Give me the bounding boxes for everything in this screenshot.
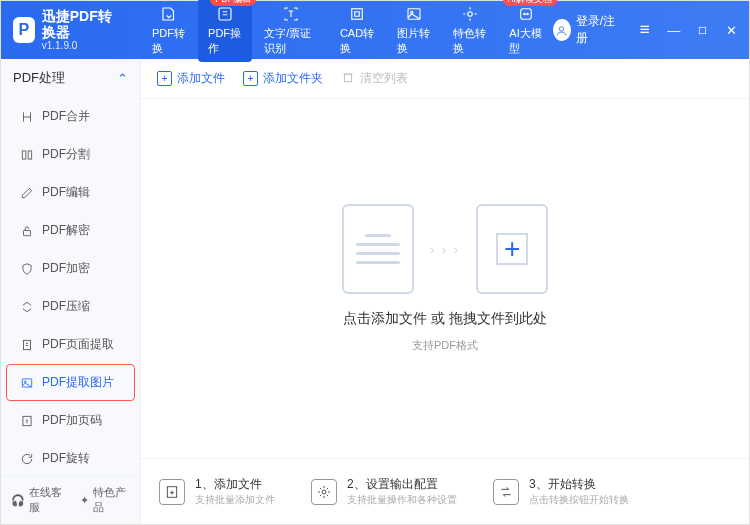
step-settings-icon [311,479,337,505]
sidebar-item-split[interactable]: PDF分割 [6,136,135,173]
special-products-link[interactable]: ✦特色产品 [80,485,130,515]
clear-list-button[interactable]: 清空列表 [341,70,408,87]
step-2: 2、设置输出配置支持批量操作和各种设置 [311,476,457,507]
svg-rect-18 [345,74,352,82]
app-title: 迅捷PDF转换器 [42,9,124,40]
login-button[interactable]: 登录/注册 [553,13,617,47]
nav-ai[interactable]: AI解读文档 AI大模型 [499,0,553,62]
sidebar-item-merge[interactable]: PDF合并 [6,98,135,135]
nav-cad[interactable]: CAD转换 [330,0,385,62]
app-version: v1.1.9.0 [42,40,124,51]
nav-special[interactable]: 特色转换 [443,0,497,62]
svg-rect-5 [521,9,532,20]
headset-icon: 🎧 [11,494,25,507]
edit-icon [19,185,34,200]
svg-point-20 [322,490,326,494]
ocr-icon [281,4,301,24]
star-icon: ✦ [80,494,89,507]
drop-graphic: › › › + [342,204,548,294]
menu-button[interactable]: ≡ [633,16,656,44]
avatar-icon [553,19,571,41]
cad-icon [347,4,367,24]
sidebar: PDF处理 ⌃ PDF合并 PDF分割 PDF编辑 PDF解密 PDF加密 PD… [1,59,141,524]
plus-file-icon: + [157,71,172,86]
toolbar: +添加文件 +添加文件夹 清空列表 [141,59,749,99]
add-target-icon: + [476,204,548,294]
titlebar: P 迅捷PDF转换器 v1.1.9.0 PDF转换 PDF编辑 PDF操作 文字… [1,1,749,59]
nav-ocr[interactable]: 文字/票证识别 [254,0,328,62]
pdf-convert-icon [159,4,179,24]
unlock-icon [19,223,34,238]
page-number-icon [19,413,34,428]
logo-icon: P [13,17,35,43]
sidebar-item-extract-page[interactable]: PDF页面提取 [6,326,135,363]
compress-icon [19,299,34,314]
image-extract-icon [19,375,34,390]
nav-tabs: PDF转换 PDF编辑 PDF操作 文字/票证识别 CAD转换 图片转换 [142,0,553,62]
step-add-icon [159,479,185,505]
nav-pdf-ops[interactable]: PDF编辑 PDF操作 [198,0,252,62]
add-folder-button[interactable]: +添加文件夹 [243,70,323,87]
pdf-edit-badge: PDF编辑 [210,0,256,6]
sidebar-item-compress[interactable]: PDF压缩 [6,288,135,325]
sidebar-item-decrypt[interactable]: PDF解密 [6,212,135,249]
step-convert-icon [493,479,519,505]
step-3: 3、开始转换点击转换按钮开始转换 [493,476,629,507]
svg-point-8 [560,26,564,30]
ai-icon [516,4,536,24]
trash-icon [341,70,355,87]
lock-icon [19,261,34,276]
pdf-ops-icon [215,4,235,24]
svg-point-6 [524,13,526,15]
svg-point-3 [411,11,413,13]
rotate-icon [19,451,34,466]
ai-badge: AI解读文档 [503,0,558,6]
plus-folder-icon: + [243,71,258,86]
drop-primary-text: 点击添加文件 或 拖拽文件到此处 [343,310,547,328]
svg-rect-13 [23,340,30,349]
sidebar-item-extract-image[interactable]: PDF提取图片 [6,364,135,401]
sidebar-item-edit[interactable]: PDF编辑 [6,174,135,211]
drop-secondary-text: 支持PDF格式 [412,338,478,353]
sidebar-header[interactable]: PDF处理 ⌃ [1,59,140,97]
maximize-button[interactable] [691,16,714,44]
add-file-button[interactable]: +添加文件 [157,70,225,87]
image-convert-icon [404,4,424,24]
close-button[interactable]: ✕ [720,16,743,44]
page-extract-icon [19,337,34,352]
document-icon [342,204,414,294]
minimize-button[interactable]: — [662,16,685,44]
svg-rect-1 [352,9,363,20]
svg-rect-12 [23,230,30,235]
special-icon [460,4,480,24]
svg-rect-10 [22,150,26,158]
merge-icon [19,109,34,124]
chevron-up-icon: ⌃ [117,71,128,86]
svg-rect-0 [219,8,231,20]
svg-rect-9 [699,27,705,33]
sidebar-item-rotate[interactable]: PDF旋转 [6,440,135,475]
svg-point-15 [24,380,26,382]
steps-bar: 1、添加文件支持批量添加文件 2、设置输出配置支持批量操作和各种设置 3、开始转… [141,458,749,524]
split-icon [19,147,34,162]
step-1: 1、添加文件支持批量添加文件 [159,476,275,507]
arrow-right-icon: › › › [430,242,460,257]
svg-point-4 [468,12,473,17]
nav-image[interactable]: 图片转换 [387,0,441,62]
sidebar-item-encrypt[interactable]: PDF加密 [6,250,135,287]
nav-pdf-convert[interactable]: PDF转换 [142,0,196,62]
app-logo: P 迅捷PDF转换器 v1.1.9.0 [13,9,124,51]
online-service-link[interactable]: 🎧在线客服 [11,485,66,515]
svg-point-7 [527,13,529,15]
sidebar-item-page-number[interactable]: PDF加页码 [6,402,135,439]
drop-zone[interactable]: › › › + 点击添加文件 或 拖拽文件到此处 支持PDF格式 [141,99,749,458]
svg-rect-11 [28,150,32,158]
